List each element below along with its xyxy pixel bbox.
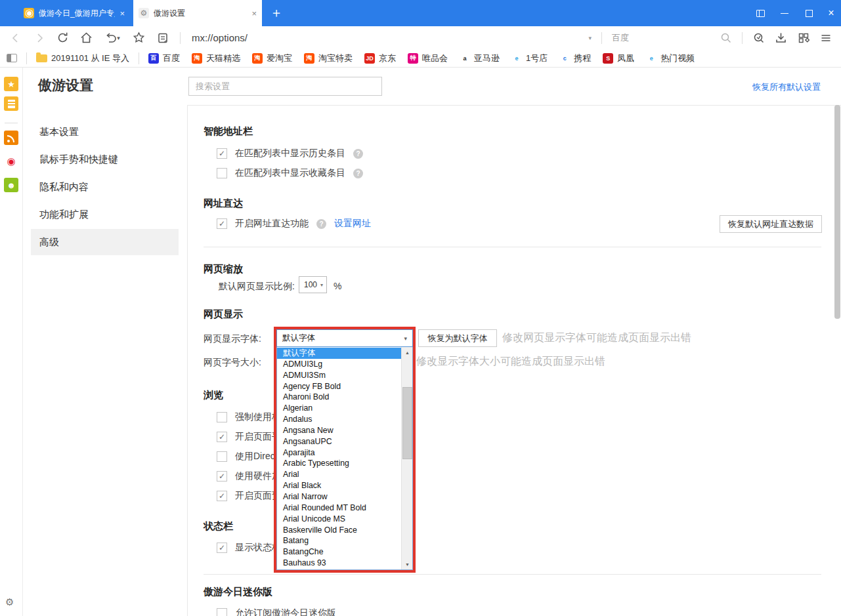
zoom-ratio-value: 100 [304,280,317,289]
font-option[interactable]: Arabic Typesetting [277,458,412,469]
checkbox-show-history[interactable]: ✓ [217,148,227,159]
font-option[interactable]: 默认字体 [277,348,412,359]
tab-close-icon[interactable]: × [251,9,257,18]
help-icon[interactable] [316,219,326,229]
tab-maxthon-today[interactable]: 傲游今日_傲游用户专属的页 × [18,0,130,26]
font-option[interactable]: Agency FB Bold [277,381,412,392]
scroll-up-icon[interactable]: ▲ [402,347,413,358]
window-close-button[interactable]: × [827,9,836,18]
bookmark-item[interactable]: e1号店 [511,52,548,64]
font-select[interactable]: 默认字体 ▾ [276,329,413,347]
sidebar-item-1[interactable]: 鼠标手势和快捷键 [31,146,179,173]
sidebar-item-3[interactable]: 功能和扩展 [31,201,179,228]
font-option[interactable]: Arial Narrow [277,491,412,503]
checkbox-mini-subscribe[interactable] [217,608,227,616]
undo-closed-tabs-icon[interactable]: ▾ [104,31,121,44]
checkbox-hardware-accel[interactable]: ✓ [217,471,227,482]
sidebar-toggle-icon[interactable] [7,54,17,62]
font-option[interactable]: AngsanaUPC [277,436,412,447]
home-icon[interactable] [80,31,93,44]
bookmark-item[interactable]: 淘淘宝特卖 [304,52,353,64]
search-icon[interactable] [720,31,732,44]
address-bar[interactable]: mx://options/ [192,32,248,43]
apps-grid-icon[interactable] [797,31,809,44]
address-dropdown-icon[interactable]: ▾ [588,35,592,41]
page-scrollbar-thumb[interactable] [834,105,840,319]
font-option[interactable]: Batang [277,535,412,546]
set-urls-link[interactable]: 设置网址 [334,218,371,230]
snap-note-icon[interactable] [156,31,169,44]
font-option[interactable]: Andalus [277,414,412,425]
split-screen-icon[interactable] [756,9,765,18]
bookmark-item[interactable]: S凤凰 [603,52,634,64]
favorite-star-icon[interactable] [133,31,145,44]
checkbox-page-preload[interactable]: ✓ [217,491,227,501]
restore-url-direct-button[interactable]: 恢复默认网址直达数据 [720,215,822,233]
menu-icon[interactable] [819,31,832,44]
bookmark-item[interactable]: e热门视频 [646,52,695,64]
font-option[interactable]: ADMUI3Sm [277,370,412,381]
font-option[interactable]: ADMUI3Lg [277,359,412,370]
search-engine-field[interactable]: 百度 [612,32,629,44]
section-title-browse: 浏览 [204,389,223,401]
tab-title: 傲游今日_傲游用户专属的页 [39,8,115,19]
weibo-icon[interactable]: ◉ [4,154,18,169]
resource-sniffer-icon[interactable] [752,31,765,44]
forward-icon[interactable] [33,31,45,44]
minimize-button[interactable] [780,9,789,18]
bookmark-item[interactable]: 淘天猫精选 [192,52,240,64]
help-icon[interactable] [353,169,363,178]
tab-settings[interactable]: ⚙ 傲游设置 × [133,0,262,26]
scroll-down-icon[interactable]: ▼ [402,559,413,569]
checkbox-smooth-scroll[interactable]: ✓ [217,432,227,442]
search-settings-input[interactable] [188,77,382,96]
rail-settings-gear-icon[interactable]: ⚙ [5,596,14,608]
zoom-ratio-select[interactable]: 100 ▾ [299,276,327,293]
favorites-star-icon[interactable]: ★ [4,77,18,91]
bookmark-item[interactable]: 特唯品会 [408,52,448,64]
font-option[interactable]: Arial Black [277,480,412,491]
font-option[interactable]: Angsana New [277,425,412,436]
checkbox-directwrite[interactable] [217,451,227,462]
font-option[interactable]: Aharoni Bold [277,392,412,403]
bookmark-label: 唯品会 [422,52,448,64]
download-icon[interactable] [775,31,787,44]
checkbox-show-favorites[interactable] [217,168,227,178]
maximize-button[interactable] [804,9,813,18]
smiley-app-icon[interactable]: ☻ [4,178,18,192]
sidebar-item-2[interactable]: 隐私和内容 [31,174,179,200]
font-warning-text: 修改网页显示字体可能造成页面显示出错 [502,331,691,345]
chevron-down-icon: ▾ [320,282,323,288]
help-icon[interactable] [353,149,363,159]
bookmark-item[interactable]: c携程 [559,52,591,64]
font-option[interactable]: Arial Unicode MS [277,514,412,525]
rss-icon[interactable] [4,131,18,145]
checkbox-force-mode[interactable] [217,412,227,422]
scrollbar-thumb[interactable] [402,387,412,459]
section-title-smart-addressbar: 智能地址栏 [204,125,253,138]
font-option[interactable]: Arial Rounded MT Bold [277,503,412,514]
bookmark-item[interactable]: 淘爱淘宝 [252,52,292,64]
checkbox-show-statusbar[interactable]: ✓ [217,543,227,553]
tab-close-icon[interactable]: × [119,9,125,18]
sidebar-item-4[interactable]: 高级 [31,229,179,255]
dropdown-scrollbar[interactable]: ▲ ▼ [401,347,412,569]
notes-icon[interactable] [4,96,18,111]
restore-all-defaults-link[interactable]: 恢复所有默认设置 [752,81,821,93]
font-option[interactable]: Arial [277,469,412,480]
bookmark-item[interactable]: JD京东 [364,52,396,64]
font-option[interactable]: BatangChe [277,546,412,558]
back-icon[interactable] [9,31,22,44]
bookmark-folder[interactable]: 20191101 从 IE 导入 [36,52,129,64]
checkbox-url-direct[interactable]: ✓ [217,218,227,229]
font-option[interactable]: Baskerville Old Face [277,525,412,536]
font-option[interactable]: Aparajita [277,447,412,459]
bookmark-item[interactable]: 百百度 [148,52,180,64]
bookmark-item[interactable]: a亚马逊 [460,52,500,64]
font-option[interactable]: Bauhaus 93 [277,558,412,569]
sidebar-item-0[interactable]: 基本设置 [31,119,179,145]
restore-default-font-button[interactable]: 恢复为默认字体 [418,329,497,347]
new-tab-button[interactable]: ＋ [268,4,285,21]
refresh-icon[interactable] [56,31,69,44]
font-option[interactable]: Algerian [277,403,412,414]
